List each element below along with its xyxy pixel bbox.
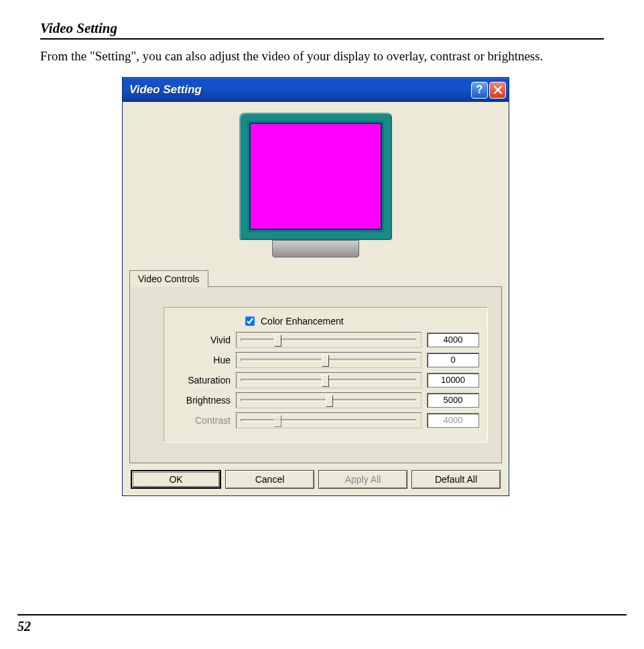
help-icon[interactable]: ? (471, 82, 488, 99)
ok-button[interactable]: OK (131, 470, 221, 489)
slider-row-hue: Hue0 (172, 352, 479, 368)
contrast-value: 4000 (427, 413, 479, 428)
apply-all-button[interactable]: Apply All (318, 470, 407, 489)
saturation-value: 10000 (427, 373, 479, 388)
contrast-slider (236, 412, 422, 428)
slider-label: Brightness (172, 395, 236, 406)
monitor-screen-icon (249, 123, 382, 230)
slider-label: Saturation (172, 375, 236, 386)
vivid-value: 4000 (427, 333, 479, 347)
cancel-button[interactable]: Cancel (225, 470, 314, 489)
slider-row-contrast: Contrast4000 (172, 412, 479, 428)
slider-label: Vivid (172, 335, 236, 345)
color-enhancement-checkbox[interactable] (245, 316, 255, 326)
controls-group: Color Enhancement Vivid4000Hue0Saturatio… (164, 307, 488, 442)
page-number: 52 (17, 616, 31, 634)
saturation-slider[interactable] (236, 372, 422, 388)
slider-row-saturation: Saturation10000 (172, 372, 479, 388)
color-enhancement-label: Color Enhancement (261, 316, 344, 327)
brightness-slider[interactable] (236, 392, 422, 408)
slider-label: Hue (172, 355, 236, 365)
titlebar[interactable]: Video Setting ? (123, 78, 509, 102)
section-title: Video Setting (40, 20, 604, 40)
intro-text: From the "Setting", you can also adjust … (40, 49, 604, 64)
default-all-button[interactable]: Default All (411, 470, 501, 489)
tab-video-controls[interactable]: Video Controls (129, 270, 208, 287)
brightness-value: 5000 (427, 393, 479, 408)
slider-row-brightness: Brightness5000 (172, 392, 479, 408)
hue-slider[interactable] (236, 352, 422, 368)
slider-label: Contrast (172, 415, 236, 426)
hue-value: 0 (427, 353, 479, 367)
close-icon[interactable] (489, 82, 506, 99)
vivid-slider[interactable] (236, 332, 422, 348)
video-setting-dialog: Video Setting ? (122, 77, 509, 496)
window-title: Video Setting (129, 83, 471, 97)
slider-row-vivid: Vivid4000 (172, 332, 479, 348)
monitor-preview (129, 107, 502, 268)
